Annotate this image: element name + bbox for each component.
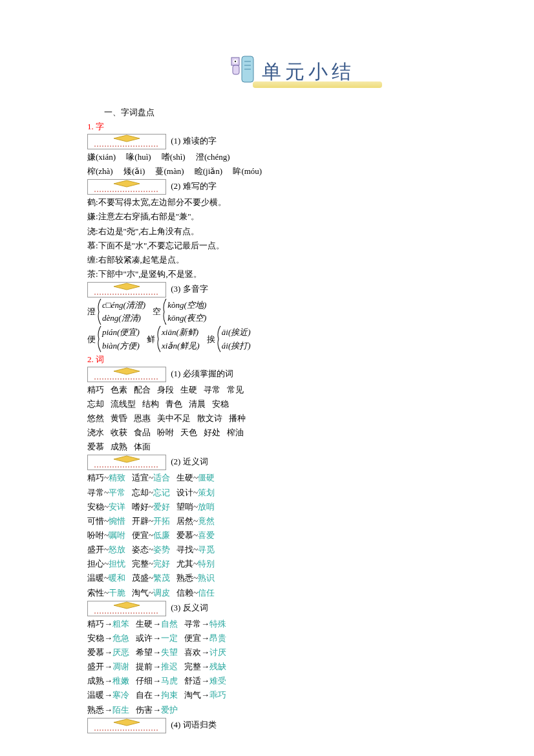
document-page: 单元小结 一、字词盘点 1. 字 (1) 难读的字 嫌(xián) 喙(huì)…: [0, 0, 534, 754]
wsub3-label: (3) 反义词: [171, 603, 208, 612]
hard-read-list: 嫌(xián) 喙(huì) 嗜(shì) 澄(chéng) 榨(zhà) 矮(…: [87, 151, 495, 178]
svg-marker-10: [114, 180, 140, 187]
must-words: 精巧色素配合身段生硬寻常常见忘却流线型结构青色清晨安稳悠然黄昏恩惠美中不足散文诗…: [87, 383, 495, 454]
banner-character-icon: [228, 55, 256, 89]
polyphone-row-1: 澄 c□éng(清澄) dèng(澄清) 空 kòng(空地) kōng(夜空): [87, 299, 495, 325]
word-line: 爱慕成熟体面: [87, 440, 495, 453]
synonyms: 精巧~精致适宜~适合生硬~僵硬寻常~平常忘却~忘记设计~策划安稳~安详嗜好~爱好…: [87, 471, 495, 599]
svg-marker-20: [114, 719, 140, 726]
wsub1-row: (1) 必须掌握的词: [87, 367, 495, 382]
page-title: 单元小结: [262, 59, 355, 85]
word-section-number: 2. 词: [87, 354, 495, 365]
decorative-box: [87, 718, 166, 733]
decorative-box: [87, 455, 166, 470]
poly-cheng: 澄 c□éng(清澄) dèng(澄清): [87, 299, 145, 325]
wsub4-label: (4) 词语归类: [171, 720, 216, 729]
svg-point-2: [235, 61, 236, 62]
synonym-line: 安稳~安详嗜好~爱好望哨~放哨: [87, 501, 495, 513]
antonym-line: 爱慕→厌恶希望→失望喜欢→讨厌: [87, 646, 495, 659]
sub2-row: (2) 难写的字: [87, 179, 495, 195]
sub2-label: (2) 难写的字: [171, 181, 216, 191]
decorative-box: [87, 601, 166, 616]
antonym-line: 温暖→寒冷自在→拘束淘气→乖巧: [87, 689, 495, 702]
synonym-line: 可惜~惋惜开辟~开拓居然~竟然: [87, 515, 495, 528]
poly-xian: 鲜 xiān(新鲜) xiǎn(鲜见): [147, 326, 200, 352]
sub1-label: (1) 难读的字: [171, 136, 216, 146]
left-brace-icon: [215, 326, 222, 352]
svg-marker-14: [114, 368, 140, 374]
hw-0: 鹤:不要写得太宽,左边部分不要少横。: [87, 196, 495, 209]
section-heading-1: 一、字词盘点: [87, 107, 495, 118]
word-line: 精巧色素配合身段生硬寻常常见: [87, 383, 495, 396]
synonym-line: 吩咐~嘱咐便宜~低廉爱慕~喜爱: [87, 529, 495, 542]
poly-kong: 空 kòng(空地) kōng(夜空): [153, 299, 206, 325]
hw-5: 茶:下部中"朩",是竖钩,不是竖。: [87, 268, 495, 281]
sub1-row: (1) 难读的字: [87, 134, 495, 149]
antonym-line: 精巧→粗笨生硬→自然寻常→特殊: [87, 618, 495, 631]
left-brace-icon: [161, 299, 167, 325]
synonym-line: 担心~担忧完整~完好尤其~特别: [87, 557, 495, 570]
wsub4-row: (4) 词语归类: [87, 718, 495, 733]
hard-write-list: 鹤:不要写得太宽,左边部分不要少横。 嫌:注意左右穿插,右部是"兼"。 浇:右边…: [87, 196, 495, 281]
hw-4: 缠:右部较紧凑,起笔是点。: [87, 254, 495, 266]
svg-marker-18: [114, 602, 140, 609]
wsub1-label: (1) 必须掌握的词: [171, 369, 233, 378]
word-line: 忘却流线型结构青色清晨安稳: [87, 398, 495, 411]
decorative-box: [87, 367, 166, 382]
poly-ai: 挨 āi(挨近) ái(挨打): [207, 326, 251, 352]
wsub2-row: (2) 近义词: [87, 455, 495, 470]
decorative-box: [87, 282, 166, 297]
svg-marker-16: [114, 456, 140, 462]
hw-3: 慕:下面不是"水",不要忘记最后一点。: [87, 239, 495, 252]
antonym-line: 成熟→稚嫩仔细→马虎舒适→难受: [87, 675, 495, 687]
char-section-number: 1. 字: [87, 121, 495, 133]
left-brace-icon: [96, 326, 102, 352]
poly-bian: 便 pián(便宜) biàn(方便): [87, 326, 140, 352]
title-banner: 单元小结: [195, 55, 389, 91]
wsub2-label: (2) 近义词: [171, 457, 208, 466]
hard-read-2: 榨(zhà) 矮(ǎi) 蔓(màn) 睑(jiǎn) 眸(móu): [87, 165, 495, 178]
svg-marker-8: [114, 135, 140, 142]
left-brace-icon: [96, 299, 102, 325]
wsub3-row: (3) 反义词: [87, 601, 495, 616]
antonyms: 精巧→粗笨生硬→自然寻常→特殊安稳→危急或许→一定便宜→昂贵爱慕→厌恶希望→失望…: [87, 618, 495, 717]
hw-1: 嫌:注意左右穿插,右部是"兼"。: [87, 210, 495, 223]
synonym-line: 精巧~精致适宜~适合生硬~僵硬: [87, 471, 495, 484]
word-line: 悠然黄昏恩惠美中不足散文诗播种: [87, 412, 495, 425]
synonym-line: 温暖~暖和茂盛~繁茂熟悉~熟识: [87, 572, 495, 585]
antonym-line: 安稳→危急或许→一定便宜→昂贵: [87, 632, 495, 645]
word-line: 浇水收获食品吩咐天色好处榨油: [87, 426, 495, 439]
sub3-label: (3) 多音字: [171, 284, 208, 294]
hw-2: 浇:右边是"尧",右上角没有点。: [87, 225, 495, 238]
synonym-line: 索性~干脆淘气~调皮信赖~信任: [87, 587, 495, 599]
svg-rect-3: [233, 65, 239, 74]
svg-marker-12: [114, 283, 140, 290]
hard-read-1: 嫌(xián) 喙(huì) 嗜(shì) 澄(chéng): [87, 151, 495, 164]
antonym-line: 盛开→凋谢提前→推迟完整→残缺: [87, 660, 495, 673]
decorative-box: [87, 134, 166, 149]
synonym-line: 盛开~怒放姿态~姿势寻找~寻觅: [87, 543, 495, 556]
antonym-line: 熟悉→陌生伤害→爱护: [87, 704, 495, 717]
polyphone-row-2: 便 pián(便宜) biàn(方便) 鲜 xiān(新鲜) xiǎn(鲜见) …: [87, 326, 495, 352]
left-brace-icon: [155, 326, 162, 352]
synonym-line: 寻常~平常忘却~忘记设计~策划: [87, 486, 495, 499]
sub3-row: (3) 多音字: [87, 282, 495, 297]
decorative-box: [87, 179, 166, 195]
